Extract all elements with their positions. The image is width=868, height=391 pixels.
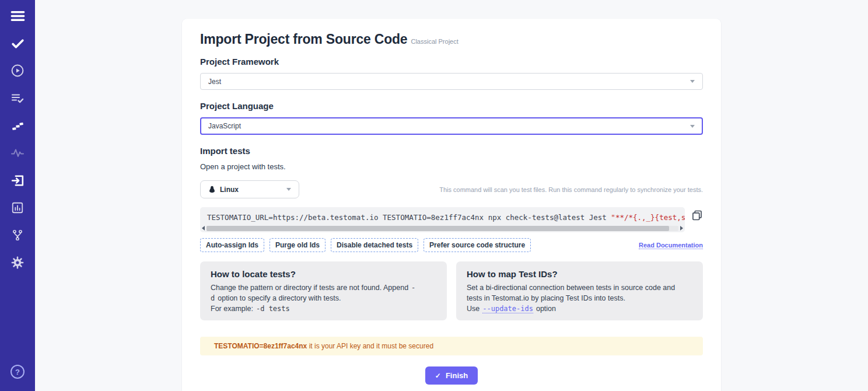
chevron-down-icon [286, 188, 291, 191]
command-glob: "**/*{.,_}{test,spec,cy}.js" [611, 213, 685, 222]
horizontal-scrollbar[interactable] [200, 224, 685, 232]
help-box-body: Change the pattern or directory if tests… [211, 283, 436, 314]
scroll-left-icon[interactable] [202, 226, 205, 231]
help-text: For example: [211, 305, 253, 313]
help-text: Use [467, 305, 480, 313]
language-select-value: JavaScript [208, 122, 241, 130]
help-icon[interactable]: ? [9, 364, 26, 379]
command-text: TESTOMATIO_URL=https://beta.testomat.io … [200, 207, 685, 224]
command-hint: This command will scan you test files. R… [439, 186, 703, 193]
list-check-icon[interactable] [9, 90, 26, 106]
help-boxes: How to locate tests? Change the pattern … [200, 261, 703, 320]
api-key-warning-text: it is your API key and it must be secure… [309, 342, 433, 350]
command-codebox: TESTOMATIO_URL=https://beta.testomat.io … [200, 207, 685, 232]
options-row: Auto-assign Ids Purge old Ids Disable de… [200, 238, 703, 252]
linux-icon [208, 186, 216, 193]
os-row: Linux This command will scan you test fi… [200, 180, 703, 198]
import-tests-description: Open a project with tests. [200, 162, 703, 171]
chip-prefer-source-code-structure[interactable]: Prefer source code structure [424, 238, 531, 252]
os-select[interactable]: Linux [200, 180, 299, 198]
help-box-title: How to locate tests? [211, 269, 436, 279]
help-box-body: Set a bi-directional connection between … [467, 283, 692, 314]
import-project-card: Import Project from Source CodeClassical… [182, 19, 721, 391]
language-label: Project Language [200, 101, 703, 111]
scrollbar-track[interactable] [206, 226, 678, 231]
branch-icon[interactable] [9, 228, 26, 243]
play-circle-icon[interactable] [9, 63, 26, 78]
command-row: TESTOMATIO_URL=https://beta.testomat.io … [200, 207, 703, 232]
scroll-right-icon[interactable] [680, 226, 683, 231]
help-text: option to specify a directory with tests… [218, 294, 341, 302]
api-key-warning: TESTOMATIO=8ez1ff7ac4nx it is your API k… [200, 337, 703, 355]
read-documentation-link[interactable]: Read Documentation [639, 242, 703, 249]
sidebar: ? [0, 0, 35, 391]
page-title: Import Project from Source CodeClassical… [200, 32, 703, 47]
help-box-title: How to map Test IDs? [467, 269, 692, 279]
chip-purge-old-ids[interactable]: Purge old Ids [270, 238, 326, 252]
chevron-down-icon [690, 80, 695, 83]
finish-button-label: Finish [446, 371, 468, 380]
help-glyph: ? [10, 365, 24, 379]
check-icon: ✓ [435, 372, 441, 380]
framework-select[interactable]: Jest [200, 73, 703, 90]
inline-code: -d tests [256, 305, 290, 313]
os-select-value: Linux [220, 186, 239, 194]
check-icon[interactable] [9, 36, 26, 51]
help-text: Change the pattern or directory if tests… [211, 284, 408, 292]
gear-icon[interactable] [9, 255, 26, 270]
menu-icon[interactable] [9, 8, 26, 23]
command-prefix: TESTOMATIO_URL=https://beta.testomat.io … [207, 213, 611, 222]
scrollbar-thumb[interactable] [206, 226, 669, 231]
help-box-map-test-ids: How to map Test IDs? Set a bi-directiona… [456, 261, 703, 320]
framework-select-value: Jest [208, 78, 221, 86]
help-text: option [536, 305, 556, 313]
language-select[interactable]: JavaScript [200, 117, 703, 135]
chevron-down-icon [690, 125, 695, 128]
bar-chart-icon[interactable] [9, 200, 26, 215]
import-tests-heading: Import tests [200, 146, 703, 156]
chip-disable-detached-tests[interactable]: Disable detached tests [331, 238, 418, 252]
api-key-value: TESTOMATIO=8ez1ff7ac4nx [214, 342, 307, 350]
main-area: Import Project from Source CodeClassical… [35, 0, 868, 391]
option-chips: Auto-assign Ids Purge old Ids Disable de… [200, 238, 531, 252]
chip-auto-assign-ids[interactable]: Auto-assign Ids [200, 238, 264, 252]
copy-icon[interactable] [691, 207, 703, 223]
help-text: Set a bi-directional connection between … [467, 284, 675, 302]
activity-icon[interactable] [9, 145, 26, 160]
update-ids-link[interactable]: --update-ids [482, 305, 533, 313]
finish-button[interactable]: ✓ Finish [425, 366, 478, 385]
import-icon[interactable] [9, 173, 26, 188]
framework-label: Project Framework [200, 57, 703, 67]
finish-row: ✓ Finish [200, 366, 703, 385]
steps-icon[interactable] [9, 118, 26, 133]
project-type-badge: Classical Project [411, 38, 458, 45]
help-box-locate-tests: How to locate tests? Change the pattern … [200, 261, 447, 320]
page-title-text: Import Project from Source Code [200, 32, 407, 47]
